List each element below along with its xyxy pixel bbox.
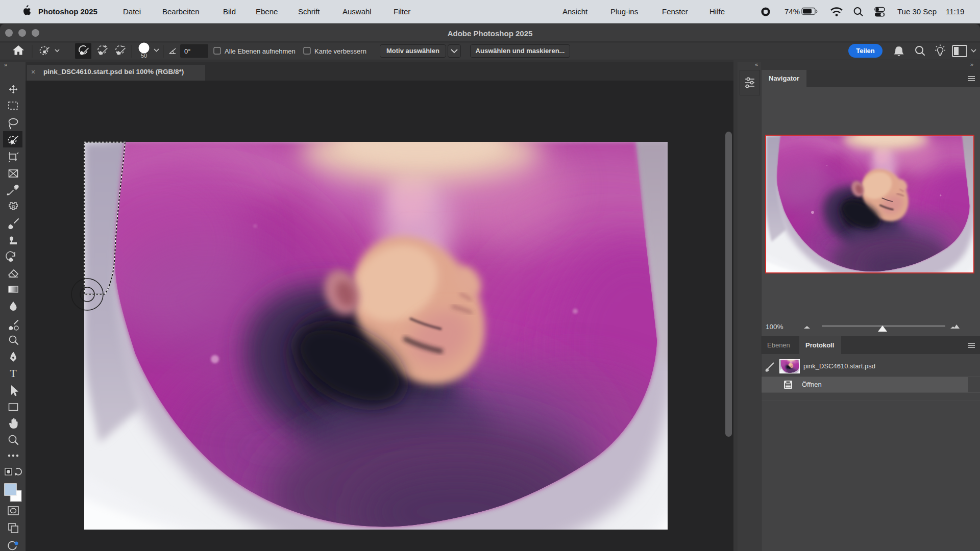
svg-text:T: T xyxy=(10,367,17,380)
